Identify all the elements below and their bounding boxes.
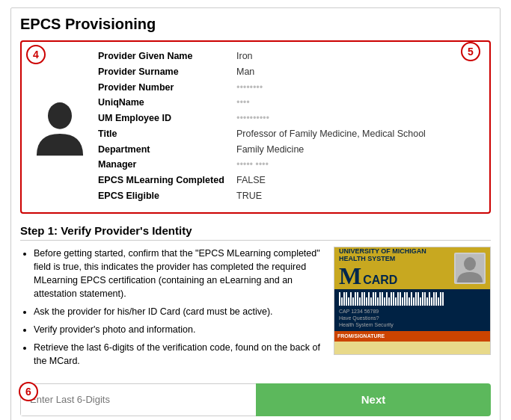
info-row-uniqname: UniqName •••• xyxy=(98,96,480,110)
barcode-line xyxy=(341,297,343,306)
barcode-line xyxy=(402,297,403,306)
epcs-provisioning-container: EPCS Provisioning 4 5 Provider Given Nam… xyxy=(10,7,501,420)
barcode-line xyxy=(386,292,388,306)
barcode-line xyxy=(388,297,390,306)
value-given-name: Iron xyxy=(236,49,480,64)
barcode-line xyxy=(417,292,419,306)
value-uniqname: •••• xyxy=(236,96,480,110)
label-epcs-eligible: EPCS Eligible xyxy=(98,189,236,203)
label-epcs-mlearning: EPCS MLearning Completed xyxy=(98,173,236,188)
barcode-line xyxy=(440,292,441,306)
barcode-line xyxy=(413,297,414,306)
mcard-m-logo: M xyxy=(339,264,361,288)
barcode-line xyxy=(404,292,406,306)
badge-4: 4 xyxy=(26,45,46,64)
label-provider-number: Provider Number xyxy=(98,81,236,95)
info-row-given-name: Provider Given Name Iron xyxy=(98,49,480,64)
mcard-orange-text: FROM/SIGNATURE xyxy=(337,333,385,339)
barcode-line xyxy=(431,297,432,306)
barcode-line xyxy=(357,292,358,306)
barcode-line xyxy=(424,292,426,306)
label-given-name: Provider Given Name xyxy=(98,49,236,64)
barcode-line xyxy=(348,297,349,306)
provider-card: 4 5 Provider Given Name Iron Provider Su… xyxy=(20,40,491,214)
barcode-line xyxy=(409,297,410,306)
svg-point-2 xyxy=(464,257,476,271)
label-uniqname: UniqName xyxy=(98,96,236,110)
value-epcs-mlearning: FALSE xyxy=(236,173,480,188)
bullet-2: Ask the provider for his/her ID Card (ca… xyxy=(34,305,323,318)
step-instructions: Before getting started, confirm that the… xyxy=(20,247,323,373)
value-manager: ••••• •••• xyxy=(236,158,480,172)
provider-avatar xyxy=(33,97,87,157)
info-row-title: Title Professor of Family Medicine, Medi… xyxy=(98,127,480,141)
barcode-line xyxy=(339,292,340,306)
barcode-line xyxy=(422,292,423,306)
mcard-top: UNIVERSITY OF MICHIGAN HEALTH SYSTEM M C… xyxy=(334,247,490,289)
step-1-content: Before getting started, confirm that the… xyxy=(20,247,491,373)
info-row-epcs-eligible: EPCS Eligible TRUE xyxy=(98,189,480,203)
info-row-manager: Manager ••••• •••• xyxy=(98,158,480,172)
barcode-line xyxy=(352,297,354,306)
mcard-healthsystem-text: HEALTH SYSTEM xyxy=(339,256,395,263)
label-manager: Manager xyxy=(98,158,236,172)
value-um-employee-id: •••••••••• xyxy=(236,111,480,126)
barcode-line xyxy=(406,292,408,306)
step-1-section: Step 1: Verify Provider's Identity Befor… xyxy=(20,224,491,416)
value-title: Professor of Family Medicine, Medical Sc… xyxy=(236,127,480,141)
value-provider-number: •••••••• xyxy=(236,81,480,95)
label-surname: Provider Surname xyxy=(98,65,236,79)
barcode-line xyxy=(415,292,417,306)
mcard-orange-strip: FROM/SIGNATURE xyxy=(334,331,490,342)
barcode-line xyxy=(411,292,412,306)
barcode-line xyxy=(420,297,421,306)
barcode-line xyxy=(364,292,365,306)
value-department: Family Medicine xyxy=(236,143,480,157)
mcard-inner: UNIVERSITY OF MICHIGAN HEALTH SYSTEM M C… xyxy=(334,247,490,354)
last-6-digits-input[interactable] xyxy=(21,384,256,416)
svg-point-0 xyxy=(48,102,72,129)
barcode-line xyxy=(355,292,356,306)
next-button[interactable]: Next xyxy=(256,383,491,416)
barcode-line xyxy=(350,292,352,306)
barcode-line xyxy=(395,297,397,306)
digit-input-wrapper[interactable] xyxy=(20,383,256,416)
info-row-epcs-mlearning: EPCS MLearning Completed FALSE xyxy=(98,173,480,188)
mcard-image: UNIVERSITY OF MICHIGAN HEALTH SYSTEM M C… xyxy=(334,247,491,355)
label-um-employee-id: UM Employee ID xyxy=(98,111,236,126)
mcard-photo xyxy=(454,253,486,284)
info-row-surname: Provider Surname Man xyxy=(98,65,480,79)
barcode-line xyxy=(368,292,370,306)
mcard-bottom-text: CAP 1234 56789 Have Questions? Health Sy… xyxy=(339,308,486,328)
info-row-um-employee-id: UM Employee ID •••••••••• xyxy=(98,111,480,126)
barcode-line xyxy=(397,292,399,306)
barcode-line xyxy=(361,292,363,306)
mcard-card-text: CARD xyxy=(363,274,397,287)
bullet-1: Before getting started, confirm that the… xyxy=(34,247,323,301)
info-row-provider-number: Provider Number •••••••• xyxy=(98,81,480,95)
barcode-line xyxy=(373,292,374,306)
badge-6: 6 xyxy=(19,382,38,401)
barcode-line xyxy=(438,297,439,306)
barcode-line xyxy=(382,292,383,306)
barcode-line xyxy=(366,297,367,306)
bullet-list: Before getting started, confirm that the… xyxy=(20,247,323,368)
barcode-line xyxy=(393,292,394,306)
label-department: Department xyxy=(98,143,236,157)
bottom-action-bar: 6 Next xyxy=(20,383,491,416)
barcode xyxy=(339,292,486,306)
value-epcs-eligible: TRUE xyxy=(236,189,480,203)
barcode-line xyxy=(379,292,381,306)
barcode-line xyxy=(426,297,428,306)
badge-5: 5 xyxy=(461,42,480,61)
page-title: EPCS Provisioning xyxy=(20,16,491,33)
mcard-bottom: CAP 1234 56789 Have Questions? Health Sy… xyxy=(334,289,490,331)
barcode-line xyxy=(359,297,361,306)
barcode-line xyxy=(343,292,345,306)
barcode-line xyxy=(429,292,430,306)
label-title: Title xyxy=(98,127,236,141)
barcode-line xyxy=(346,292,347,306)
barcode-line xyxy=(377,297,379,306)
bullet-4: Retrieve the last 6-digits of the verifi… xyxy=(34,341,323,368)
barcode-line xyxy=(384,297,385,306)
